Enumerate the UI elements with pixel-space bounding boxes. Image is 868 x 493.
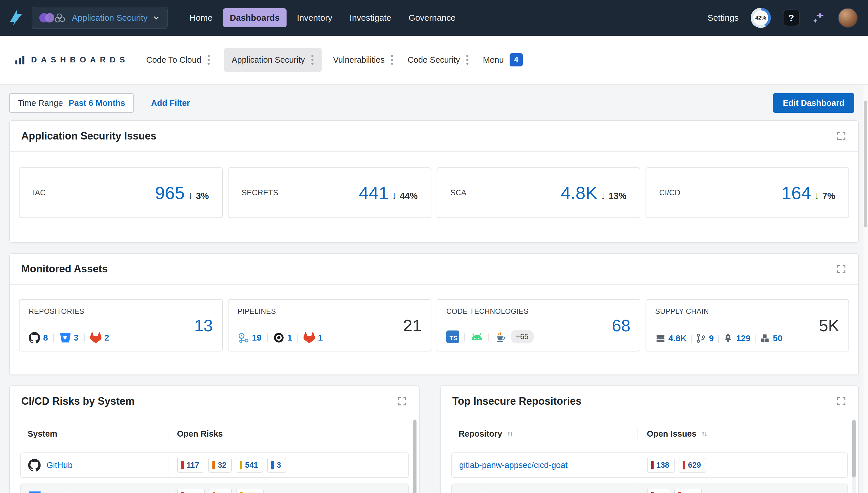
expand-icon [836,131,847,142]
severity-bar [213,492,215,493]
severity-badge[interactable]: 22 [209,489,232,493]
severity-badge[interactable]: 106 [177,489,205,493]
chevron-down-icon [152,14,161,22]
tab-label: Menu [483,55,504,65]
expand-button[interactable] [836,263,847,274]
severity-badge[interactable]: 83 [647,489,670,493]
tech-java[interactable] [495,331,506,343]
tab-label: Vulnerabilities [333,55,385,65]
stat-tile-sca[interactable]: SCA 4.8K ↓ 13% [437,167,640,218]
help-label: ? [789,13,794,23]
stat-label: SECRETS [242,188,278,197]
prisma-cloud-logo[interactable] [8,10,24,26]
severity-badge[interactable]: 138 [647,458,675,473]
user-avatar[interactable] [838,8,858,28]
expand-button[interactable] [836,131,847,142]
time-range-label: Time Range [18,99,63,108]
repository-link[interactable]: gitlab-panw-appsec/cicd-goat [459,460,568,470]
system-link[interactable]: GitHub [47,460,72,470]
monitored-assets-card: Monitored Assets REPOSITORIES 8 | 3 [9,253,859,375]
table-row: Bitbucket 106 22 423 [20,484,409,493]
edit-dashboard-button[interactable]: Edit Dashboard [773,93,854,113]
kebab-menu-icon[interactable] [311,54,314,66]
tab-vulnerabilities[interactable]: Vulnerabilities [333,54,394,66]
repo-count-bitbucket[interactable]: 3 [59,332,78,343]
system-link[interactable]: Bitbucket [47,492,81,493]
divider: | [488,332,490,342]
repo-count-github[interactable]: 8 [29,332,48,343]
severity-badge[interactable]: 423 [236,489,264,493]
tab-code-security[interactable]: Code Security [408,54,469,66]
top-navbar: Application Security Home Dashboards Inv… [0,0,868,36]
stat-value: 4.8K [561,183,597,203]
stat-label: IAC [33,188,46,197]
card-scrollbar-track [413,420,417,493]
nav-item-home[interactable]: Home [183,8,219,27]
severity-badge[interactable]: 32 [208,458,232,473]
severity-badge[interactable]: 117 [177,458,204,473]
divider: | [52,333,55,343]
card-scrollbar-thumb[interactable] [852,420,855,477]
kebab-menu-icon[interactable] [390,54,394,66]
tab-menu[interactable]: Menu 4 [483,53,523,66]
card-scrollbar-track [852,420,856,493]
repo-count-gitlab[interactable]: 2 [90,332,109,343]
severity-badge[interactable]: 541 [236,458,263,473]
pipeline-count-actions[interactable]: 19 [238,332,261,343]
tab-code-to-cloud[interactable]: Code To Cloud [146,54,210,66]
stat-tile-secrets[interactable]: SECRETS 441 ↓ 44% [228,167,432,218]
tab-label: Code Security [408,55,460,65]
expand-button[interactable] [397,396,408,407]
column-header-open-issues[interactable]: Open Issues [638,429,848,438]
dashboards-brand-label: DASHBOARDS [31,55,129,64]
asset-label: CODE TECHNOLOGIES [447,307,534,316]
stat-tile-cicd[interactable]: CI/CD 164 ↓ 7% [645,167,849,218]
circleci-icon [273,332,284,343]
nav-item-investigate[interactable]: Investigate [343,8,398,27]
divider: | [83,333,85,343]
expand-button[interactable] [836,396,847,407]
help-button[interactable]: ? [783,9,800,26]
tech-android[interactable] [471,332,483,342]
typescript-icon: TS [447,330,459,343]
ai-copilot-button[interactable] [812,10,826,25]
severity-badge[interactable]: 347 [674,489,702,493]
nav-item-governance[interactable]: Governance [402,8,462,27]
asset-label: REPOSITORIES [29,307,109,316]
credits-usage-ring[interactable]: 42% [751,8,771,28]
tab-application-security[interactable]: Application Security [224,48,322,72]
severity-badge[interactable]: 3 [267,458,286,473]
pipeline-count-gitlab[interactable]: 1 [303,332,323,343]
stat-tile-iac[interactable]: IAC 965 ↓ 3% [19,167,223,218]
kebab-menu-icon[interactable] [465,54,469,66]
expand-icon [397,396,408,407]
dashboards-tab-bar: DASHBOARDS Code To Cloud Application Sec… [0,36,868,85]
time-range-filter[interactable]: Time Range Past 6 Months [9,93,134,113]
stat-label: SCA [450,188,466,197]
nav-item-inventory[interactable]: Inventory [290,8,339,27]
divider: | [690,334,692,343]
card-scrollbar-thumb[interactable] [413,420,416,493]
tech-typescript[interactable]: TS [447,330,459,343]
pipeline-count-circleci[interactable]: 1 [273,332,292,343]
table-row: gitlab-panw-appsec/cicd-goat 138 629 [451,452,848,478]
settings-link[interactable]: Settings [708,13,739,23]
severity-bar [683,461,685,469]
cicd-risks-card: CI/CD Risks by System System Open Risks … [9,385,420,493]
sparkles-icon [812,10,826,25]
supply-chain-branches[interactable]: 9 [696,333,714,343]
nav-item-dashboards[interactable]: Dashboards [223,8,287,27]
supply-chain-packages[interactable]: 50 [760,333,782,343]
more-technologies-chip[interactable]: +65 [511,330,534,343]
supply-chain-dependencies[interactable]: 4.8K [655,333,687,343]
page-scrollbar-thumb[interactable] [864,101,867,227]
kebab-menu-icon[interactable] [207,54,210,66]
repository-link[interactable]: saarett/supplygoat-itai [459,492,541,493]
expand-icon [836,263,847,274]
add-filter-button[interactable]: Add Filter [151,99,190,108]
app-context-switcher[interactable]: Application Security [31,7,167,29]
column-header-repository[interactable]: Repository [451,429,638,438]
severity-badge[interactable]: 629 [679,458,706,473]
supply-chain-deployments[interactable]: 129 [723,333,750,343]
asset-total: 21 [403,316,421,335]
